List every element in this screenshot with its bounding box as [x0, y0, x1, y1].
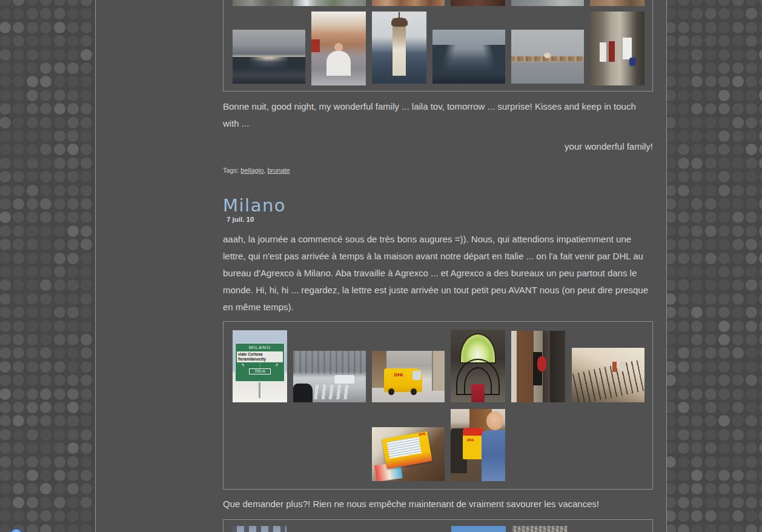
photo-gallery-bellagio: [223, 0, 653, 91]
thumb-stone-wall[interactable]: [512, 526, 568, 532]
post-title[interactable]: Milano: [223, 196, 286, 214]
background-dot: [81, 253, 92, 264]
background-dot: [732, 266, 744, 278]
background-dot: [81, 62, 92, 74]
background-dot: [759, 470, 762, 481]
background-dot: [759, 0, 762, 6]
background-dot: [705, 279, 717, 291]
background-dot: [81, 442, 92, 454]
background-dot: [705, 442, 717, 454]
thumb-street-corner[interactable]: [293, 351, 366, 402]
background-dot: [759, 49, 762, 61]
van-wheel: [388, 388, 394, 395]
thumb-lakeshore-rocks[interactable]: [511, 0, 584, 6]
thumb-como-across-lake[interactable]: [511, 30, 584, 84]
background-dot: [759, 130, 762, 142]
background-dot: [27, 266, 38, 278]
background-dot: [759, 253, 762, 264]
background-dot: [0, 8, 11, 19]
thumb-alley-with-man[interactable]: [311, 12, 366, 85]
background-dot: [678, 225, 689, 237]
thumb-dark-interior[interactable]: [451, 0, 505, 6]
cathedral-dome: [544, 53, 551, 58]
thumb-street-cars[interactable]: [293, 0, 366, 6]
building-facade: [293, 351, 366, 374]
background-dot: [746, 483, 757, 494]
background-dot: [54, 90, 65, 101]
background-dot: [40, 0, 51, 6]
thumb-alley-with-people[interactable]: [590, 12, 644, 85]
background-dot: [678, 103, 689, 115]
background-dot: [705, 117, 717, 128]
background-dot: [678, 171, 689, 182]
background-dot: [54, 144, 65, 155]
background-dot: [67, 49, 79, 61]
background-dot: [732, 497, 744, 508]
thumb-dhl-courier[interactable]: DHL: [451, 409, 505, 481]
background-dot: [40, 90, 51, 101]
background-dot: [27, 402, 38, 413]
thumb-lake-sunset[interactable]: [233, 30, 305, 84]
background-dot: [691, 442, 703, 454]
thumb-stairwell-door[interactable]: [511, 331, 565, 402]
thumb-wooden-detail[interactable]: [590, 0, 644, 6]
background-dot: [678, 510, 689, 522]
background-dot: [13, 347, 24, 359]
background-dot: [13, 307, 24, 318]
background-dot: [27, 185, 38, 196]
background-dot: [718, 334, 730, 345]
background-dot: [40, 144, 51, 155]
background-dot: [746, 158, 757, 169]
building-edge: [232, 526, 287, 532]
background-dot: [0, 374, 11, 386]
thumb-building-sky[interactable]: [232, 526, 287, 532]
background-dot: [678, 76, 689, 87]
thumb-blue-sky[interactable]: [451, 526, 506, 532]
tag-link-bellagio[interactable]: bellagio: [240, 167, 263, 174]
background-dot: [732, 279, 744, 291]
thumb-lake-view[interactable]: [432, 30, 505, 84]
background-dot: [0, 158, 11, 169]
background-dot: [67, 374, 79, 386]
background-dot: [732, 90, 744, 101]
thumb-staircase[interactable]: [572, 348, 644, 402]
background-dot: [678, 293, 689, 305]
background-dot: [718, 117, 730, 128]
background-dot: [746, 0, 757, 6]
background-dot: [13, 0, 24, 6]
background-dot: [27, 171, 38, 182]
background-dot: [27, 211, 38, 223]
background-dot: [27, 483, 38, 494]
background-dot: [67, 442, 79, 454]
thumb-stained-glass-entrance[interactable]: [451, 330, 505, 402]
background-dot: [691, 76, 703, 87]
background-dot: [705, 171, 717, 182]
background-dot: [54, 171, 65, 182]
thumb-bell-tower[interactable]: [372, 12, 426, 84]
red-bag: [537, 356, 546, 371]
background-dot: [746, 347, 757, 359]
thumb-milano-road-sign[interactable]: MILANO viale Certosa fieramilanocity ↰ ⋮…: [233, 330, 287, 402]
thumb-dhl-van[interactable]: DHL: [372, 351, 445, 402]
background-dot: [27, 90, 38, 101]
background-dot: [691, 497, 703, 508]
background-dot: [13, 374, 24, 386]
background-dot: [81, 524, 92, 532]
background-dot: [67, 402, 79, 413]
background-dot: [759, 388, 762, 400]
background-dot: [718, 497, 730, 508]
background-dot: [691, 22, 703, 33]
background-dot: [0, 402, 11, 413]
background-dot: [678, 470, 689, 481]
background-dot: [718, 429, 730, 441]
background-dot: [678, 402, 689, 413]
background-dot: [54, 103, 65, 115]
background-dot: [54, 266, 65, 278]
background-dot: [0, 144, 11, 155]
thumb-market-scene[interactable]: [372, 0, 445, 6]
tag-link-brunate[interactable]: brunate: [267, 167, 290, 174]
background-dot: [27, 429, 38, 441]
background-dot: [13, 279, 24, 291]
thumb-dhl-envelope[interactable]: DHL: [372, 427, 445, 481]
background-dot: [13, 266, 24, 278]
